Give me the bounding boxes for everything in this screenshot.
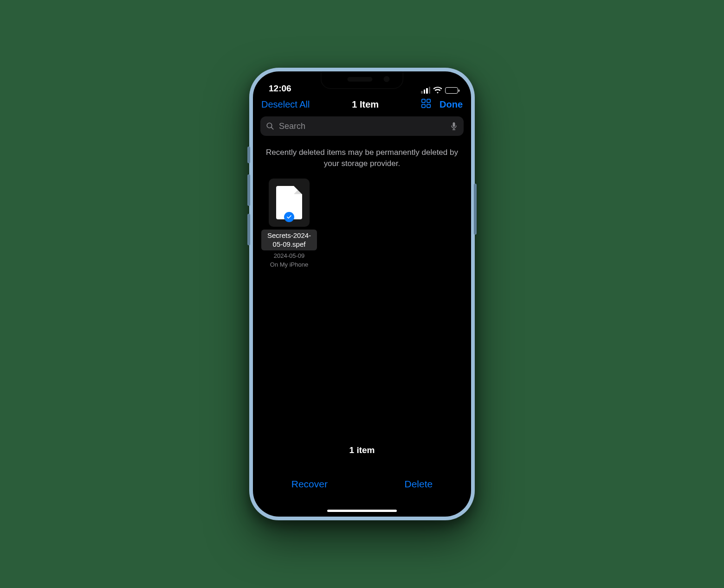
file-thumbnail	[269, 179, 310, 227]
svg-line-5	[272, 128, 273, 129]
selected-checkmark-icon	[284, 212, 294, 222]
recover-button[interactable]: Recover	[291, 479, 328, 490]
grid-icon	[421, 98, 431, 109]
phone-screen: 12:06 Deselect All 1 Item	[253, 71, 471, 517]
notch	[321, 71, 404, 89]
status-right	[421, 87, 458, 94]
file-date: 2024-05-09	[274, 252, 305, 259]
home-indicator[interactable]	[327, 510, 397, 512]
power-button	[474, 184, 477, 235]
deselect-all-button[interactable]: Deselect All	[261, 99, 310, 110]
svg-rect-1	[427, 99, 430, 102]
battery-icon	[445, 87, 458, 94]
file-location: On My iPhone	[270, 261, 308, 268]
done-button[interactable]: Done	[440, 99, 463, 110]
search-bar[interactable]	[260, 116, 464, 136]
files-grid: Secrets-2024-05-09.spef 2024-05-09 On My…	[253, 178, 471, 269]
side-button	[247, 147, 250, 163]
volume-down-button	[247, 214, 250, 245]
svg-rect-0	[422, 99, 425, 102]
search-icon	[266, 122, 274, 130]
delete-button[interactable]: Delete	[405, 479, 433, 490]
search-input[interactable]	[278, 121, 446, 132]
volume-up-button	[247, 174, 250, 206]
view-grid-button[interactable]	[421, 98, 431, 111]
wifi-icon	[433, 87, 442, 94]
svg-rect-6	[453, 122, 455, 127]
status-time: 12:06	[269, 83, 291, 94]
microphone-icon[interactable]	[450, 122, 458, 130]
notice-text: Recently deleted items may be permanentl…	[253, 141, 471, 178]
bottom-toolbar: Recover Delete	[253, 470, 471, 498]
cellular-icon	[421, 87, 430, 94]
file-name: Secrets-2024-05-09.spef	[261, 230, 317, 250]
phone-device: 12:06 Deselect All 1 Item	[249, 68, 475, 520]
svg-rect-3	[427, 104, 430, 108]
file-item[interactable]: Secrets-2024-05-09.spef 2024-05-09 On My…	[261, 179, 317, 268]
item-count: 1 item	[253, 445, 471, 455]
navbar: Deselect All 1 Item Done	[253, 94, 471, 114]
svg-rect-2	[422, 104, 425, 108]
navbar-title: 1 Item	[352, 99, 379, 110]
